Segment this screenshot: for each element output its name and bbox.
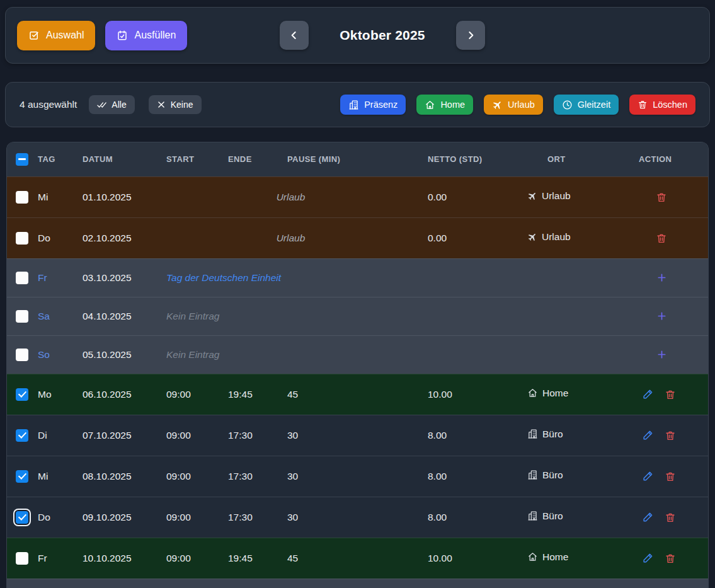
netto-cell: 8.00 — [421, 456, 521, 497]
delete-entry-button[interactable] — [655, 191, 668, 204]
special-cell: Tag der Deutschen Einheit — [160, 258, 421, 297]
add-entry-button[interactable] — [655, 272, 668, 284]
row-checkbox[interactable] — [16, 511, 28, 524]
pencil-icon — [642, 511, 654, 523]
plus-icon — [656, 310, 668, 322]
table-row: Mi08.10.202509:0017:30308.00Büro — [7, 456, 709, 497]
trash-icon — [665, 430, 676, 441]
building-icon — [527, 470, 538, 480]
edit-entry-button[interactable] — [641, 429, 654, 442]
delete-entry-button[interactable] — [664, 511, 677, 524]
time-entries-table: TAG DATUM START ENDE PAUSE (MIN) NETTO (… — [6, 142, 709, 588]
edit-entry-button[interactable] — [641, 511, 654, 524]
add-entry-button[interactable] — [655, 349, 668, 361]
ort-label: Home — [542, 551, 568, 563]
pencil-icon — [642, 388, 654, 400]
day-cell: Sa — [38, 297, 76, 335]
start-cell: 09:00 — [160, 415, 222, 456]
clock-icon — [562, 100, 573, 110]
ort-cell — [521, 297, 632, 335]
action-cell — [632, 217, 709, 258]
action-cell — [632, 497, 709, 538]
next-month-button[interactable] — [456, 21, 485, 50]
netto-cell: 8.00 — [421, 497, 521, 538]
x-icon — [157, 100, 166, 109]
ort-cell — [521, 335, 632, 374]
action-cell — [632, 538, 709, 579]
ort-cell: Urlaub — [521, 176, 632, 217]
month-title: Oktober 2025 — [309, 28, 456, 43]
previous-month-button[interactable] — [280, 21, 309, 50]
urlaub-button[interactable]: Urlaub — [484, 95, 543, 115]
plane-icon — [527, 232, 537, 242]
action-cell — [632, 415, 709, 456]
day-cell: Mi — [38, 176, 76, 217]
edit-entry-button[interactable] — [641, 470, 654, 483]
loeschen-label: Löschen — [653, 100, 687, 110]
table-row: Sa04.10.2025Kein Eintrag — [7, 297, 709, 335]
delete-entry-button[interactable] — [655, 232, 668, 245]
special-cell: Kein Eintrag — [160, 335, 421, 374]
row-checkbox[interactable] — [16, 272, 28, 284]
ausfuellen-button[interactable]: Ausfüllen — [105, 21, 187, 50]
ort-label: Urlaub — [542, 231, 571, 243]
row-checkbox[interactable] — [16, 232, 28, 245]
auswahl-button[interactable]: Auswahl — [17, 21, 95, 50]
special-cell: Kein Eintrag — [160, 297, 421, 335]
row-checkbox[interactable] — [16, 310, 28, 323]
building-icon — [527, 510, 538, 521]
date-cell: 04.10.2025 — [76, 297, 160, 335]
delete-entry-button[interactable] — [664, 388, 677, 401]
action-cell — [632, 176, 709, 217]
ort-label: Büro — [542, 510, 563, 522]
col-header-tag: TAG — [38, 142, 76, 176]
loeschen-button[interactable]: Löschen — [629, 95, 695, 115]
select-all-button[interactable]: Alle — [89, 95, 134, 114]
day-cell: Fr — [38, 538, 76, 579]
keine-label: Keine — [171, 100, 193, 110]
netto-cell: 10.00 — [421, 374, 521, 415]
urlaub-label: Urlaub — [508, 100, 535, 110]
praesenz-button[interactable]: Präsenz — [340, 95, 406, 115]
action-cell — [632, 335, 709, 374]
trash-icon — [656, 192, 667, 203]
delete-entry-button[interactable] — [664, 552, 677, 565]
row-checkbox[interactable] — [16, 429, 28, 442]
select-none-button[interactable]: Keine — [149, 95, 202, 114]
gleitzeit-label: Gleitzeit — [578, 100, 610, 110]
ort-label: Büro — [542, 429, 563, 440]
plus-icon — [656, 272, 668, 284]
row-checkbox[interactable] — [16, 470, 28, 483]
col-header-ende: ENDE — [222, 142, 281, 176]
start-cell: 09:00 — [160, 374, 222, 415]
chevron-right-icon — [464, 29, 477, 42]
row-checkbox[interactable] — [16, 388, 28, 401]
day-cell: Mi — [38, 456, 76, 497]
chevron-left-icon — [288, 29, 300, 42]
ausfuellen-label: Ausfüllen — [134, 30, 176, 41]
date-cell: 02.10.2025 — [76, 217, 160, 258]
row-checkbox[interactable] — [16, 552, 28, 565]
plane-icon — [527, 191, 537, 201]
home-button[interactable]: Home — [416, 95, 473, 115]
row-checkbox[interactable] — [16, 349, 28, 361]
edit-entry-button[interactable] — [641, 388, 654, 401]
date-cell: 03.10.2025 — [76, 258, 160, 297]
col-header-pause: PAUSE (MIN) — [281, 142, 421, 176]
table-row: So05.10.2025Kein Eintrag — [7, 335, 709, 374]
trash-icon — [665, 512, 676, 523]
col-header-datum: DATUM — [76, 142, 160, 176]
table-row: Fr03.10.2025Tag der Deutschen Einheit — [7, 258, 709, 297]
select-all-checkbox[interactable] — [16, 153, 28, 166]
col-header-ort: ORT — [521, 142, 632, 176]
delete-entry-button[interactable] — [664, 470, 677, 483]
add-entry-button[interactable] — [655, 310, 668, 323]
delete-entry-button[interactable] — [664, 429, 677, 442]
row-checkbox[interactable] — [16, 191, 28, 204]
pause-cell: 30 — [281, 415, 421, 456]
edit-entry-button[interactable] — [641, 552, 654, 565]
ende-cell: 17:30 — [222, 497, 281, 538]
home-label: Home — [440, 100, 465, 110]
gleitzeit-button[interactable]: Gleitzeit — [554, 95, 619, 115]
trash-icon — [665, 389, 676, 400]
